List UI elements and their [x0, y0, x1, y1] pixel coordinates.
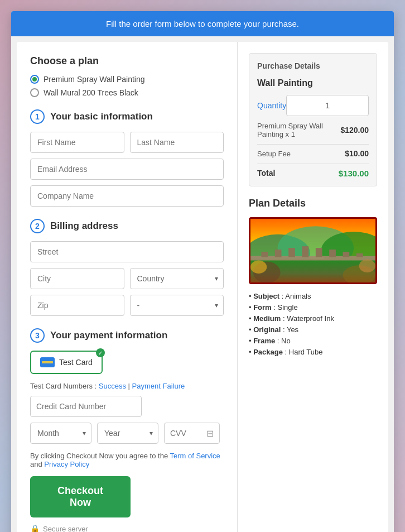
city-country-row: Country United States United Kingdom Can…	[30, 268, 224, 289]
cvv-wrapper: ⊟	[164, 423, 220, 444]
plan-feature-item: Original : Yes	[249, 325, 377, 334]
svg-rect-12	[343, 252, 350, 257]
company-input[interactable]	[30, 185, 224, 207]
first-name-input[interactable]	[30, 132, 124, 153]
plan-option-1[interactable]: Premium Spray Wall Painting	[30, 75, 224, 84]
plan-feature-item: Frame : No	[249, 337, 377, 345]
checkout-button[interactable]: Checkout Now	[30, 476, 131, 517]
plan-option-2[interactable]: Wall Mural 200 Trees Black	[30, 88, 224, 97]
plan-feature-item: Subject : Animals	[249, 292, 377, 300]
city-input[interactable]	[30, 268, 124, 289]
svg-rect-9	[302, 246, 309, 257]
success-link[interactable]: Success	[99, 382, 126, 390]
quantity-input[interactable]	[286, 95, 369, 116]
main-content: Choose a plan Premium Spray Wall Paintin…	[17, 42, 388, 532]
purchase-divider-2	[257, 164, 369, 164]
country-select-wrapper: Country United States United Kingdom Can…	[130, 268, 224, 289]
cc-input[interactable]	[36, 396, 136, 416]
payment-header: 3 Your payment information	[30, 328, 224, 343]
month-select[interactable]: Month 01020304 05060708 09101112	[30, 423, 91, 444]
company-row	[30, 185, 224, 207]
month-select-wrapper: Month 01020304 05060708 09101112	[30, 423, 91, 444]
email-row	[30, 159, 224, 180]
terms-middle: and	[30, 460, 44, 468]
email-input[interactable]	[30, 159, 224, 180]
street-input[interactable]	[30, 241, 224, 262]
quantity-label: Quantity	[257, 101, 286, 110]
svg-rect-8	[288, 248, 295, 257]
basic-info-title: Your basic information	[50, 111, 153, 122]
cvv-icon: ⊟	[206, 428, 214, 439]
purchase-product-name: Wall Painting	[257, 78, 369, 88]
terms-prefix: By clicking Checkout Now you agree to th…	[30, 452, 170, 460]
billing-title: Billing address	[50, 221, 118, 232]
setup-fee-row: Setup Fee $10.00	[257, 149, 369, 158]
svg-point-16	[250, 261, 267, 274]
zip-state-row: - ALAKAZCA NYTX	[30, 295, 224, 316]
terms-text: By clicking Checkout Now you agree to th…	[30, 452, 224, 468]
last-name-field	[130, 132, 224, 153]
purchase-divider	[257, 144, 369, 145]
test-card-prefix: Test Card Numbers :	[30, 382, 99, 390]
first-name-field	[30, 132, 124, 153]
setup-label: Setup Fee	[257, 150, 291, 158]
purchase-details-title: Purchase Details	[257, 61, 369, 70]
privacy-link[interactable]: Privacy Policy	[44, 460, 89, 468]
city-field	[30, 268, 124, 289]
payment-title: Your payment information	[50, 330, 167, 341]
page-container: Fill the order form below to complete yo…	[11, 11, 394, 532]
plan-feature-item: Package : Hard Tube	[249, 348, 377, 356]
year-select-wrapper: Year 202420252026 2027202820292030	[97, 423, 158, 444]
choose-plan-section: Choose a plan Premium Spray Wall Paintin…	[30, 55, 224, 97]
painting-svg	[250, 219, 375, 282]
basic-info-section: 1 Your basic information	[30, 109, 224, 207]
street-row	[30, 241, 224, 262]
expiry-row: Month 01020304 05060708 09101112 Year 20…	[30, 423, 224, 444]
cvv-input[interactable]	[170, 423, 206, 443]
step-1-circle: 1	[30, 109, 45, 124]
state-select-wrapper: - ALAKAZCA NYTX	[130, 295, 224, 316]
last-name-input[interactable]	[130, 132, 224, 153]
card-icon	[40, 357, 55, 367]
cc-input-wrapper	[30, 396, 142, 417]
plan-details-section: Plan Details	[249, 198, 377, 356]
radio-selected-icon	[30, 75, 39, 84]
payment-section: 3 Your payment information Test Card ✓ T…	[30, 328, 224, 532]
secure-info: 🔒 Secure server	[30, 524, 224, 532]
svg-rect-11	[329, 250, 336, 257]
state-select[interactable]: - ALAKAZCA NYTX	[130, 295, 224, 316]
setup-price: $10.00	[345, 149, 369, 158]
failure-link[interactable]: Payment Failure	[132, 382, 185, 390]
country-select[interactable]: Country United States United Kingdom Can…	[130, 268, 224, 289]
lock-icon: 🔒	[30, 524, 40, 532]
svg-rect-13	[356, 253, 363, 257]
top-banner: Fill the order form below to complete yo…	[11, 11, 394, 36]
checkout-label: Checkout Now	[57, 485, 103, 508]
step-2-circle: 2	[30, 219, 45, 233]
street-field	[30, 241, 224, 262]
zip-input[interactable]	[30, 295, 124, 316]
svg-rect-6	[261, 252, 268, 257]
card-stripe	[42, 361, 53, 363]
choose-plan-title: Choose a plan	[30, 55, 224, 67]
total-row: Total $130.00	[257, 169, 369, 178]
plan-features-list: Subject : AnimalsForm : SingleMedium : W…	[249, 292, 377, 356]
item-label: Premium Spray Wall Painting x 1	[257, 122, 335, 138]
item-price-row: Premium Spray Wall Painting x 1 $120.00	[257, 122, 369, 138]
test-card-button[interactable]: Test Card ✓	[30, 351, 103, 374]
plan-feature-item: Medium : Waterproof Ink	[249, 314, 377, 323]
right-panel: Purchase Details Wall Painting Quantity …	[238, 42, 388, 532]
terms-link[interactable]: Term of Service	[170, 452, 220, 460]
svg-rect-7	[275, 250, 282, 257]
year-select[interactable]: Year 202420252026 2027202820292030	[97, 423, 158, 444]
svg-rect-10	[316, 248, 322, 257]
quantity-row: Quantity	[257, 95, 369, 116]
billing-section: 2 Billing address Country United	[30, 219, 224, 316]
secure-label: Secure server	[43, 525, 88, 533]
plan-feature-item: Form : Single	[249, 303, 377, 311]
basic-info-header: 1 Your basic information	[30, 109, 224, 124]
test-card-label: Test Card	[59, 358, 93, 367]
banner-text: Fill the order form below to complete yo…	[106, 19, 299, 28]
item-price: $120.00	[340, 126, 369, 135]
test-card-info: Test Card Numbers : Success | Payment Fa…	[30, 382, 224, 390]
